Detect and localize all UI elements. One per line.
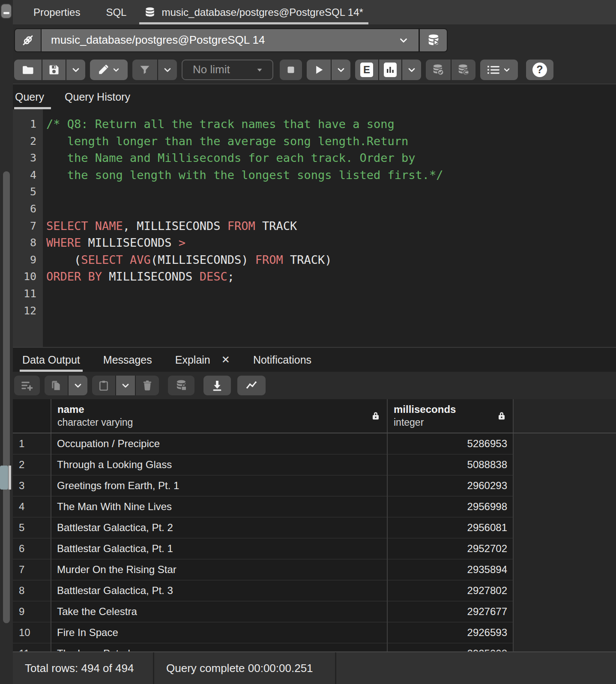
name-cell[interactable]: The Long Patrol bbox=[51, 643, 388, 651]
delete-row-button[interactable] bbox=[135, 376, 159, 395]
open-file-button[interactable] bbox=[14, 60, 42, 80]
name-cell[interactable]: Through a Looking Glass bbox=[51, 454, 388, 475]
tab-data-output[interactable]: Data Output bbox=[21, 348, 81, 372]
table-row[interactable]: 3Greetings from Earth, Pt. 12960293 bbox=[13, 475, 616, 496]
grid-corner-cell[interactable] bbox=[13, 399, 51, 433]
tab-messages[interactable]: Messages bbox=[102, 348, 153, 372]
close-icon[interactable]: ✕ bbox=[221, 354, 230, 366]
name-cell[interactable]: Fire In Space bbox=[51, 622, 388, 643]
milliseconds-cell[interactable]: 2927677 bbox=[388, 601, 514, 622]
rollback-button[interactable] bbox=[451, 60, 475, 80]
explain-button[interactable]: E bbox=[355, 60, 378, 80]
edit-button[interactable] bbox=[90, 60, 128, 80]
code-line[interactable] bbox=[46, 285, 616, 302]
milliseconds-cell[interactable]: 2960293 bbox=[388, 475, 514, 496]
row-number-cell[interactable]: 4 bbox=[13, 496, 51, 517]
tab-query-history[interactable]: Query History bbox=[64, 84, 131, 109]
milliseconds-cell[interactable]: 5088838 bbox=[388, 454, 514, 475]
code-line[interactable]: the song length with the longest songs l… bbox=[46, 167, 616, 184]
row-limit-select[interactable]: No limit bbox=[182, 60, 273, 80]
stop-button[interactable] bbox=[280, 60, 302, 80]
name-cell[interactable]: Murder On the Rising Star bbox=[51, 559, 388, 580]
table-row[interactable]: 8Battlestar Galactica, Pt. 32927802 bbox=[13, 580, 616, 601]
name-cell[interactable]: Battlestar Galactica, Pt. 1 bbox=[51, 538, 388, 559]
row-number-cell[interactable]: 5 bbox=[13, 517, 51, 538]
column-header-milliseconds[interactable]: milliseconds integer bbox=[388, 399, 514, 433]
code-line[interactable] bbox=[46, 302, 616, 320]
code-line[interactable]: the Name and Milliseconds for each track… bbox=[46, 149, 616, 167]
tab-query-tool[interactable]: music_database/postgres@PostgreSQL 14* bbox=[139, 0, 368, 24]
column-header-name[interactable]: name character varying bbox=[51, 399, 388, 433]
milliseconds-cell[interactable]: 2935894 bbox=[388, 559, 514, 580]
row-number-cell[interactable]: 9 bbox=[13, 601, 51, 622]
code-line[interactable]: ORDER BY MILLISECONDS DESC; bbox=[46, 268, 616, 285]
milliseconds-cell[interactable]: 2952702 bbox=[388, 538, 514, 559]
row-number-cell[interactable]: 2 bbox=[13, 454, 51, 475]
code-line[interactable] bbox=[46, 200, 616, 218]
download-button[interactable] bbox=[203, 376, 231, 395]
copy-options-button[interactable] bbox=[68, 376, 87, 395]
row-number-cell[interactable]: 1 bbox=[13, 433, 51, 454]
table-row[interactable]: 5Battlestar Galactica, Pt. 22956081 bbox=[13, 517, 616, 538]
code-line[interactable]: length longer than the average song leng… bbox=[46, 133, 616, 150]
editor-code[interactable]: /* Q8: Return all the track names that h… bbox=[43, 109, 616, 347]
table-row[interactable]: 10Fire In Space2926593 bbox=[13, 622, 616, 643]
save-button[interactable] bbox=[42, 60, 66, 80]
table-row[interactable]: 7Murder On the Rising Star2935894 bbox=[13, 559, 616, 580]
milliseconds-cell[interactable]: 2926593 bbox=[388, 622, 514, 643]
table-row[interactable]: 11The Long Patrol2925008 bbox=[13, 643, 616, 651]
tab-properties[interactable]: Properties bbox=[21, 0, 93, 24]
milliseconds-cell[interactable]: 2956081 bbox=[388, 517, 514, 538]
row-number-cell[interactable]: 3 bbox=[13, 475, 51, 496]
explain-analyze-button[interactable] bbox=[378, 60, 401, 80]
new-connection-button[interactable] bbox=[419, 29, 447, 51]
table-row[interactable]: 2Through a Looking Glass5088838 bbox=[13, 454, 616, 475]
save-data-changes-button[interactable] bbox=[168, 376, 194, 395]
copy-button[interactable] bbox=[45, 376, 68, 395]
panel-splitter-handle[interactable] bbox=[0, 466, 8, 490]
table-row[interactable]: 1Occupation / Precipice5286953 bbox=[13, 433, 616, 454]
row-number-cell[interactable]: 8 bbox=[13, 580, 51, 601]
tab-query[interactable]: Query bbox=[14, 84, 45, 109]
milliseconds-cell[interactable]: 2927802 bbox=[388, 580, 514, 601]
row-number-cell[interactable]: 6 bbox=[13, 538, 51, 559]
name-cell[interactable]: Occupation / Precipice bbox=[51, 433, 388, 454]
code-line[interactable]: WHERE MILLISECONDS > bbox=[46, 234, 616, 251]
milliseconds-cell[interactable]: 2956998 bbox=[388, 496, 514, 517]
execute-button[interactable] bbox=[307, 60, 331, 80]
row-number-cell[interactable]: 7 bbox=[13, 559, 51, 580]
commit-button[interactable] bbox=[426, 60, 451, 80]
tab-explain[interactable]: Explain ✕ bbox=[174, 348, 231, 372]
paste-options-button[interactable] bbox=[115, 376, 135, 395]
filter-button[interactable] bbox=[132, 60, 157, 80]
vertical-scrollbar[interactable] bbox=[3, 171, 10, 623]
table-row[interactable]: 9Take the Celestra2927677 bbox=[13, 601, 616, 622]
tab-notifications[interactable]: Notifications bbox=[252, 348, 312, 372]
table-row[interactable]: 4The Man With Nine Lives2956998 bbox=[13, 496, 616, 517]
code-line[interactable] bbox=[46, 183, 616, 200]
milliseconds-cell[interactable]: 5286953 bbox=[388, 433, 514, 454]
code-line[interactable]: (SELECT AVG(MILLISECONDS) FROM TRACK) bbox=[46, 251, 616, 269]
name-cell[interactable]: Take the Celestra bbox=[51, 601, 388, 622]
sql-editor[interactable]: 123456789101112 /* Q8: Return all the tr… bbox=[13, 109, 616, 347]
name-cell[interactable]: Battlestar Galactica, Pt. 2 bbox=[51, 517, 388, 538]
paste-button[interactable] bbox=[92, 376, 115, 395]
window-collapse-button[interactable] bbox=[0, 3, 12, 19]
explain-options-button[interactable] bbox=[401, 60, 421, 80]
filter-options-button[interactable] bbox=[157, 60, 177, 80]
execute-options-button[interactable] bbox=[331, 60, 350, 80]
name-cell[interactable]: Greetings from Earth, Pt. 1 bbox=[51, 475, 388, 496]
tab-sql[interactable]: SQL bbox=[93, 0, 139, 24]
macros-button[interactable] bbox=[480, 60, 518, 80]
milliseconds-cell[interactable]: 2925008 bbox=[388, 643, 514, 651]
connection-select[interactable]: music_database/postgres@PostgreSQL 14 bbox=[42, 29, 419, 51]
name-cell[interactable]: Battlestar Galactica, Pt. 3 bbox=[51, 580, 388, 601]
table-row[interactable]: 6Battlestar Galactica, Pt. 12952702 bbox=[13, 538, 616, 559]
help-button[interactable]: ? bbox=[526, 60, 553, 80]
panel-splitter-bar[interactable] bbox=[9, 466, 11, 490]
save-options-button[interactable] bbox=[66, 60, 85, 80]
graph-visualiser-button[interactable] bbox=[237, 376, 266, 395]
connection-status-button[interactable] bbox=[15, 29, 42, 51]
add-row-button[interactable] bbox=[14, 376, 40, 395]
name-cell[interactable]: The Man With Nine Lives bbox=[51, 496, 388, 517]
